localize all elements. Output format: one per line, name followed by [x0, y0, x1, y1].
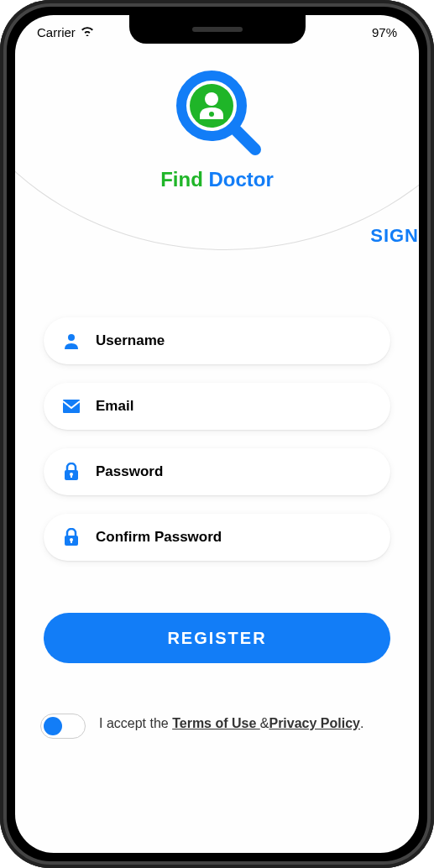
lock-icon [62, 463, 81, 481]
screen: Carrier 97% [15, 15, 419, 853]
sign-in-link[interactable]: SIGN [370, 225, 419, 247]
username-input[interactable] [96, 332, 372, 349]
svg-rect-12 [71, 540, 72, 543]
email-input[interactable] [96, 398, 372, 415]
app-name: Find Doctor [15, 168, 419, 191]
accept-terms-toggle[interactable] [40, 714, 86, 739]
svg-point-5 [68, 334, 75, 341]
terms-text: I accept the Terms of Use &Privacy Polic… [99, 714, 363, 734]
register-button[interactable]: REGISTER [44, 613, 390, 663]
lock-icon [62, 528, 81, 546]
svg-line-1 [234, 128, 255, 149]
email-field[interactable] [44, 383, 390, 430]
user-icon [62, 332, 81, 350]
mute-switch [0, 143, 1, 176]
username-field[interactable] [44, 317, 390, 364]
svg-rect-9 [71, 474, 72, 478]
app-name-word2: Doctor [208, 168, 273, 191]
confirm-password-field[interactable] [44, 514, 390, 561]
notch [129, 15, 306, 44]
speaker [192, 27, 243, 32]
phone-frame: Carrier 97% [0, 0, 434, 868]
svg-point-4 [209, 112, 214, 117]
password-input[interactable] [96, 463, 372, 480]
volume-down-button [0, 277, 1, 336]
email-icon [62, 397, 81, 416]
terms-row: I accept the Terms of Use &Privacy Polic… [15, 714, 419, 739]
privacy-policy-link[interactable]: Privacy Policy [269, 716, 360, 730]
app-logo-icon [171, 65, 264, 158]
confirm-password-input[interactable] [96, 529, 372, 546]
svg-rect-6 [63, 400, 80, 413]
volume-up-button [0, 201, 1, 260]
svg-point-3 [205, 92, 218, 106]
password-field[interactable] [44, 448, 390, 495]
register-form: REGISTER [15, 317, 419, 663]
terms-prefix: I accept the [99, 716, 172, 730]
terms-and: & [260, 716, 269, 730]
terms-of-use-link[interactable]: Terms of Use [172, 716, 260, 730]
toggle-knob [44, 717, 62, 735]
app-name-word1: Find [160, 168, 203, 191]
terms-period: . [360, 716, 363, 730]
